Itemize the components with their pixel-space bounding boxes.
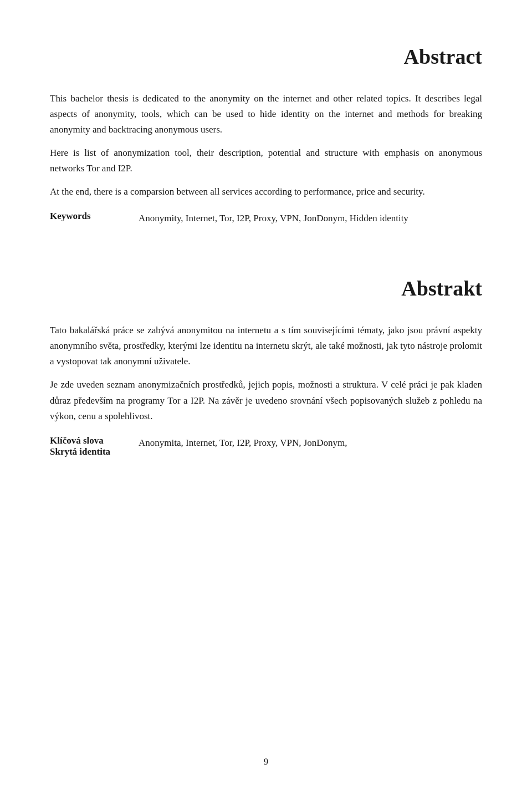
abstrakt-paragraph2: Je zde uveden seznam anonymizačních pros… xyxy=(50,377,482,424)
keywords-label: Keywords xyxy=(50,211,139,226)
abstract-paragraph1: This bachelor thesis is dedicated to the… xyxy=(50,91,482,138)
kliccova-label: Klíčová slova Skrytá identita xyxy=(50,435,139,457)
abstract-title: Abstract xyxy=(50,44,482,69)
abstract-paragraph2: Here is list of anonymization tool, thei… xyxy=(50,145,482,176)
kliccova-slova-block: Klíčová slova Skrytá identita Anonymita,… xyxy=(50,435,482,457)
abstrakt-section: Abstrakt Tato bakalářská práce se zabývá… xyxy=(50,276,482,457)
page: Abstract This bachelor thesis is dedicat… xyxy=(0,0,532,789)
page-number: 9 xyxy=(264,757,268,767)
abstract-paragraph3: At the end, there is a comparsion betwee… xyxy=(50,184,482,200)
abstract-section: Abstract This bachelor thesis is dedicat… xyxy=(50,44,482,226)
kliccova-value: Anonymita, Internet, Tor, I2P, Proxy, VP… xyxy=(139,435,347,457)
keywords-value: Anonymity, Internet, Tor, I2P, Proxy, VP… xyxy=(139,211,408,226)
keywords-block: Keywords Anonymity, Internet, Tor, I2P, … xyxy=(50,211,482,226)
abstrakt-title: Abstrakt xyxy=(50,276,482,301)
abstrakt-paragraph1: Tato bakalářská práce se zabývá anonymit… xyxy=(50,323,482,369)
